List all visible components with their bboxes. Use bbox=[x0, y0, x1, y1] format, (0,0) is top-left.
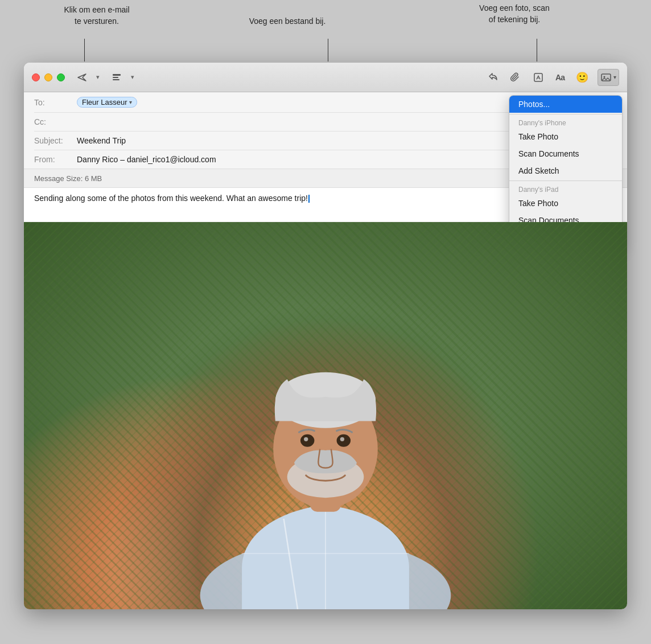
attachment-button[interactable] bbox=[508, 69, 524, 85]
format-button[interactable] bbox=[109, 69, 125, 85]
svg-rect-2 bbox=[113, 79, 120, 80]
reply-button[interactable] bbox=[485, 69, 501, 85]
menu-item-take-photo-ipad[interactable]: Take Photo bbox=[509, 195, 622, 212]
from-label: From: bbox=[34, 155, 77, 164]
tooltip-line-attach bbox=[328, 39, 328, 61]
cc-label: Cc: bbox=[34, 117, 77, 126]
svg-rect-1 bbox=[113, 77, 118, 78]
from-value: Danny Rico – daniel_rico1@icloud.com bbox=[77, 155, 216, 164]
format-icon bbox=[111, 72, 122, 83]
format-chevron[interactable]: ▾ bbox=[131, 73, 134, 81]
close-button[interactable] bbox=[32, 73, 40, 81]
send-icon bbox=[76, 72, 88, 83]
photo-background bbox=[24, 222, 627, 609]
menu-item-scan-docs-iphone[interactable]: Scan Documents bbox=[509, 145, 622, 162]
tooltip-area: Klik om een e-mail te versturen. Voeg ee… bbox=[0, 0, 651, 63]
to-label: To: bbox=[34, 98, 77, 107]
send-chevron[interactable]: ▾ bbox=[96, 73, 100, 81]
subject-label: Subject: bbox=[34, 136, 77, 145]
svg-rect-3 bbox=[534, 73, 542, 81]
menu-section-ipad: Danny's iPad bbox=[509, 182, 622, 195]
recipient-chevron: ▾ bbox=[129, 99, 132, 105]
svg-point-14 bbox=[340, 437, 344, 441]
message-size: Message Size: 6 MB bbox=[34, 174, 102, 183]
photo-area bbox=[24, 222, 627, 609]
insert-media-container: ▾ Photos... Danny's iPhone Take Photo Sc… bbox=[598, 69, 619, 86]
menu-item-take-photo-iphone[interactable]: Take Photo bbox=[509, 128, 622, 145]
toolbar-left: ▾ ▾ bbox=[74, 69, 134, 85]
font-button[interactable]: Aa bbox=[553, 71, 567, 84]
minimize-button[interactable] bbox=[44, 73, 52, 81]
svg-point-5 bbox=[604, 76, 605, 77]
attachment-icon bbox=[510, 72, 521, 83]
zoom-button[interactable] bbox=[57, 73, 65, 81]
insert-media-button[interactable]: ▾ bbox=[598, 69, 619, 86]
cursor bbox=[308, 195, 310, 203]
menu-divider-1 bbox=[509, 114, 622, 114]
markup-button[interactable] bbox=[530, 69, 546, 85]
recipient-name: Fleur Lasseur bbox=[82, 98, 127, 106]
title-bar: ▾ ▾ bbox=[24, 63, 627, 92]
body-text: Sending along some of the photos from th… bbox=[34, 194, 308, 203]
send-button[interactable] bbox=[74, 69, 90, 85]
tooltip-photo: Voeg een foto, scan of tekening bij. bbox=[458, 3, 571, 25]
menu-section-iphone: Danny's iPhone bbox=[509, 116, 622, 128]
toolbar-right: Aa 🙂 ▾ Photos... bbox=[485, 69, 619, 86]
insert-media-chevron: ▾ bbox=[613, 74, 616, 80]
emoji-button[interactable]: 🙂 bbox=[574, 69, 591, 86]
markup-icon bbox=[533, 72, 544, 83]
page-wrapper: Klik om een e-mail te versturen. Voeg ee… bbox=[0, 0, 651, 644]
traffic-lights bbox=[32, 73, 65, 81]
svg-point-13 bbox=[304, 437, 308, 441]
svg-rect-0 bbox=[113, 74, 121, 76]
tooltip-send: Klik om een e-mail te versturen. bbox=[51, 5, 142, 27]
tooltip-line-photo bbox=[537, 39, 537, 61]
photo-icon bbox=[600, 72, 612, 83]
tooltip-line-send bbox=[84, 39, 85, 61]
menu-item-add-sketch-iphone[interactable]: Add Sketch bbox=[509, 162, 622, 179]
tooltip-attach: Voeg een bestand bij. bbox=[245, 16, 330, 27]
recipient-tag[interactable]: Fleur Lasseur ▾ bbox=[77, 97, 137, 108]
person-svg bbox=[114, 261, 537, 609]
menu-item-photos[interactable]: Photos... bbox=[509, 96, 622, 113]
subject-value[interactable]: Weekend Trip bbox=[77, 136, 126, 145]
menu-divider-2 bbox=[509, 181, 622, 181]
reply-icon bbox=[487, 72, 498, 83]
mail-window: ▾ ▾ bbox=[24, 63, 627, 609]
